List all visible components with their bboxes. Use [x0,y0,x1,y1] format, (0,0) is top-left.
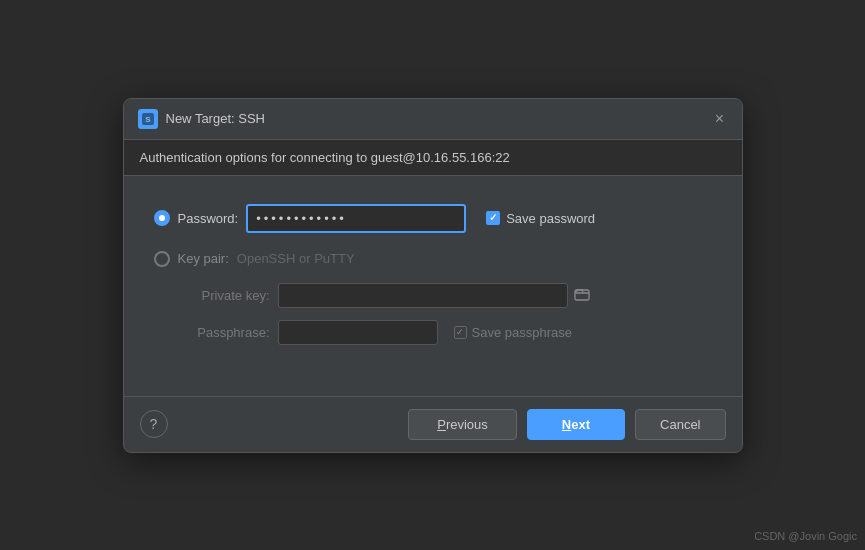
password-radio-inner [159,215,165,221]
cancel-button[interactable]: Cancel [635,409,725,440]
dialog-content: Password: ✓ Save password Key pair: Open… [124,176,742,396]
keypair-radio-outer [154,251,170,267]
password-radio-outer [154,210,170,226]
dialog-title: New Target: SSH [166,111,704,126]
passphrase-label: Passphrase: [180,325,270,340]
private-key-label: Private key: [180,288,270,303]
password-label: Password: [178,211,239,226]
passphrase-input[interactable] [278,320,438,345]
save-password-label: Save password [506,211,595,226]
next-label: Next [562,417,590,432]
svg-text:S: S [145,115,151,124]
description-bar: Authentication options for connecting to… [124,140,742,176]
next-underline-char: N [562,417,571,432]
password-radio[interactable]: Password: [154,210,247,226]
save-password-area: ✓ Save password [486,211,595,226]
password-option-row: Password: ✓ Save password [154,204,712,233]
private-key-input[interactable] [278,283,568,308]
save-passphrase-checkbox-box: ✓ [454,326,467,339]
watermark: CSDN @Jovin Gogic [754,530,857,542]
keypair-hint: OpenSSH or PuTTY [237,251,355,266]
browse-button[interactable] [574,286,590,305]
next-button[interactable]: Next [527,409,625,440]
keypair-radio[interactable]: Key pair: [154,251,229,267]
password-input[interactable] [246,204,466,233]
save-password-check-mark: ✓ [489,213,497,223]
save-passphrase-area: ✓ Save passphrase [454,325,572,340]
previous-button[interactable]: Previous [408,409,517,440]
title-bar: S New Target: SSH × [124,99,742,140]
save-password-checkbox[interactable]: ✓ Save password [486,211,595,226]
keypair-option-row: Key pair: OpenSSH or PuTTY [154,251,712,267]
dialog-footer: ? Previous Next Cancel [124,396,742,452]
keypair-label: Key pair: [178,251,229,266]
previous-underline-char: P [437,417,446,432]
description-text: Authentication options for connecting to… [140,150,510,165]
save-passphrase-check-mark: ✓ [456,327,464,337]
help-button[interactable]: ? [140,410,168,438]
ssh-dialog: S New Target: SSH × Authentication optio… [123,98,743,453]
previous-label: Previous [437,417,488,432]
passphrase-row: Passphrase: ✓ Save passphrase [180,320,712,345]
close-button[interactable]: × [712,111,728,127]
app-icon: S [138,109,158,129]
save-passphrase-label: Save passphrase [472,325,572,340]
private-key-row: Private key: [180,283,712,308]
save-password-checkbox-box: ✓ [486,211,500,225]
